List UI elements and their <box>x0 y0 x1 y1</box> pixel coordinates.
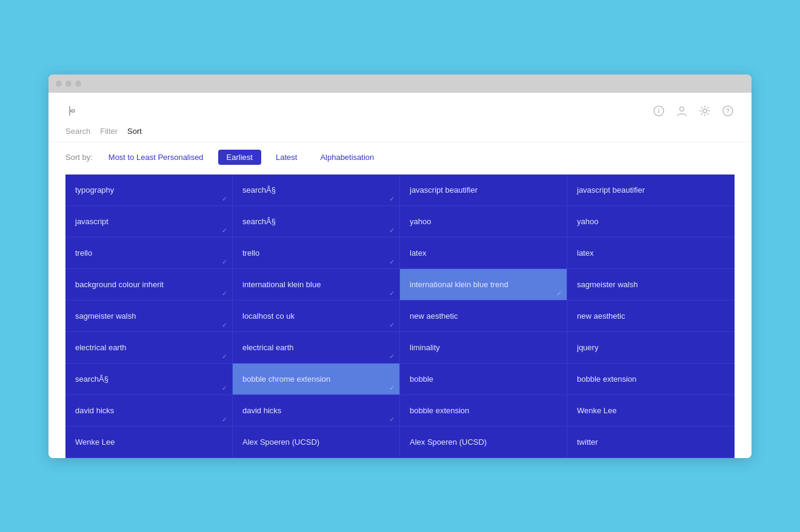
grid-cell[interactable]: international klein blue✓ <box>233 269 400 301</box>
grid-container: typography✓searchÂ§✓javascript beautifie… <box>65 175 735 458</box>
tick-mark: ✓ <box>222 416 227 424</box>
grid-cell-text: localhost co uk <box>242 311 295 321</box>
grid-cell-text: trello <box>242 248 259 258</box>
tick-mark: ✓ <box>222 227 227 234</box>
logo[interactable] <box>65 104 80 118</box>
svg-point-3 <box>703 109 707 113</box>
svg-point-2 <box>680 107 684 111</box>
grid-cell-text: Wenke Lee <box>75 437 115 447</box>
grid-cell[interactable]: new aesthetic <box>567 301 735 332</box>
grid-cell[interactable]: trello✓ <box>65 238 233 269</box>
grid-cell[interactable]: javascript✓ <box>65 206 233 238</box>
grid-cell-text: new aesthetic <box>577 311 625 321</box>
grid-cell[interactable]: sagmeister walsh✓ <box>65 301 233 332</box>
grid-cell-text: yahoo <box>410 217 431 226</box>
grid-cell[interactable]: background colour inherit✓ <box>65 269 233 301</box>
sort-bar: Sort by: Most to Least Personalised Earl… <box>48 142 752 175</box>
grid-cell-text: sagmeister walsh <box>75 311 136 321</box>
svg-text:i: i <box>658 108 660 115</box>
nav-search[interactable]: Search <box>65 127 90 136</box>
grid-cell[interactable]: jquery <box>567 332 735 364</box>
grid-cell-text: searchÂ§ <box>242 185 276 195</box>
grid-cell[interactable]: javascript beautifier <box>400 175 567 206</box>
grid-cell[interactable]: new aesthetic <box>400 301 567 332</box>
tick-mark: ✓ <box>389 227 395 234</box>
grid-cell-text: bobble extension <box>577 374 636 384</box>
grid-cell[interactable]: twitter <box>567 427 735 458</box>
grid-cell[interactable]: latex <box>400 238 567 269</box>
grid-cell[interactable]: david hicks✓ <box>65 395 233 427</box>
grid-cell[interactable]: searchÂ§✓ <box>233 206 400 238</box>
grid-cell-text: latex <box>577 248 593 258</box>
grid-cell[interactable]: electrical earth✓ <box>65 332 233 364</box>
tick-mark: ✓ <box>222 290 227 298</box>
nav-bar: Search Filter Sort <box>48 124 752 142</box>
tick-mark: ✓ <box>389 321 395 329</box>
grid-cell-text: trello <box>75 248 92 258</box>
top-bar: i ? <box>48 93 752 124</box>
top-icons: i ? <box>652 104 735 118</box>
tick-mark: ✓ <box>389 353 395 361</box>
grid-cell[interactable]: searchÂ§✓ <box>65 364 233 395</box>
grid-cell[interactable]: david hicks✓ <box>233 395 400 427</box>
help-button[interactable]: ? <box>721 104 735 118</box>
grid-cell[interactable]: searchÂ§✓ <box>233 175 400 206</box>
grid-cell[interactable]: liminality <box>400 332 567 364</box>
chrome-dot-3 <box>75 81 81 87</box>
grid-cell[interactable]: yahoo <box>567 206 735 238</box>
grid-cell-text: searchÂ§ <box>75 374 108 384</box>
sort-earliest[interactable]: Earliest <box>218 150 261 165</box>
grid-cell[interactable]: Wenke Lee <box>567 395 735 427</box>
app-content: i ? <box>48 93 752 458</box>
grid-cell[interactable]: trello✓ <box>233 238 400 269</box>
grid-cell-text: international klein blue trend <box>410 280 508 289</box>
tick-mark: ✓ <box>222 353 227 361</box>
grid-cell[interactable]: Wenke Lee <box>65 427 233 458</box>
grid-cell-text: Alex Spoeren (UCSD) <box>242 437 319 447</box>
grid-cell[interactable]: bobble <box>400 364 567 395</box>
sort-alphabetisation[interactable]: Alphabetisation <box>312 150 382 165</box>
grid-cell-text: background colour inherit <box>75 280 164 289</box>
grid-cell[interactable]: javascript beautifier <box>567 175 735 206</box>
nav-sort[interactable]: Sort <box>127 127 142 136</box>
sort-most-personalised[interactable]: Most to Least Personalised <box>100 150 212 165</box>
tick-mark: ✓ <box>389 290 395 298</box>
grid-cell-text: javascript beautifier <box>577 185 645 195</box>
grid-cell-text: david hicks <box>75 406 114 415</box>
grid-cell[interactable]: localhost co uk✓ <box>233 301 400 332</box>
grid-cell[interactable]: sagmeister walsh <box>567 269 735 301</box>
grid-cell[interactable]: yahoo <box>400 206 567 238</box>
chrome-dot-2 <box>65 81 72 87</box>
grid-cell-text: liminality <box>410 343 440 352</box>
user-button[interactable] <box>675 104 688 118</box>
grid-cell[interactable]: bobble chrome extension✓ <box>233 364 400 395</box>
grid-cell-text: bobble chrome extension <box>242 374 330 384</box>
grid-cell-text: bobble <box>410 374 433 384</box>
sort-label: Sort by: <box>65 153 93 162</box>
settings-button[interactable] <box>698 104 712 118</box>
tick-mark: ✓ <box>389 384 395 392</box>
grid-cell[interactable]: Alex Spoeren (UCSD) <box>400 427 567 458</box>
grid-cell-text: yahoo <box>577 217 598 226</box>
grid-cell-text: javascript beautifier <box>410 185 478 195</box>
grid-cell-text: david hicks <box>242 406 281 415</box>
sort-latest[interactable]: Latest <box>267 150 305 165</box>
info-button[interactable]: i <box>652 104 665 118</box>
grid-cell[interactable]: international klein blue trend✓ <box>400 269 567 301</box>
grid-cell[interactable]: bobble extension <box>567 364 735 395</box>
grid-cell[interactable]: latex <box>567 238 735 269</box>
nav-filter[interactable]: Filter <box>100 127 118 136</box>
grid-cell[interactable]: bobble extension <box>400 395 567 427</box>
grid-cell-text: jquery <box>577 343 598 352</box>
grid-cell-text: international klein blue <box>242 280 321 289</box>
browser-chrome <box>48 75 752 93</box>
grid-cell-text: electrical earth <box>75 343 127 352</box>
tick-mark: ✓ <box>389 416 395 424</box>
grid-cell-text: twitter <box>577 437 598 447</box>
grid-cell-text: Wenke Lee <box>577 406 617 415</box>
grid-cell[interactable]: electrical earth✓ <box>233 332 400 364</box>
grid-cell-text: javascript <box>75 217 108 226</box>
grid-cell[interactable]: Alex Spoeren (UCSD) <box>233 427 400 458</box>
grid-cell[interactable]: typography✓ <box>65 175 233 206</box>
grid-cell-text: bobble extension <box>410 406 469 415</box>
